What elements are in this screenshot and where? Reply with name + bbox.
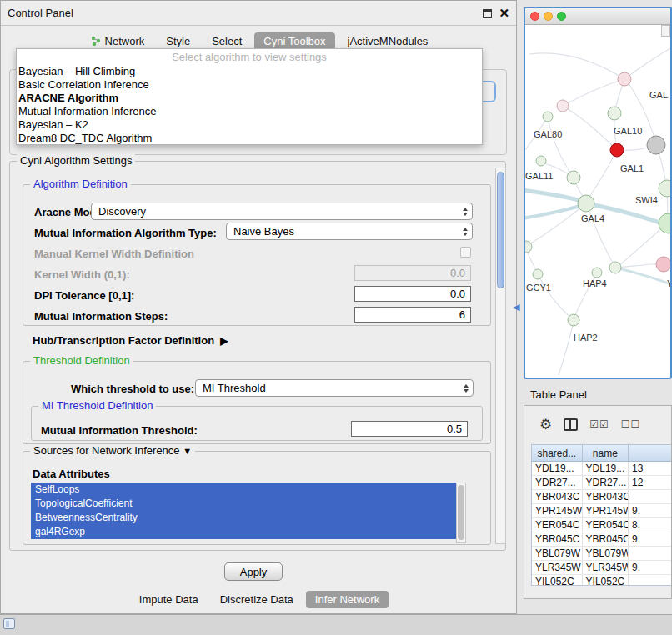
which-threshold-select[interactable]: MI Threshold — [195, 379, 474, 397]
network-node[interactable] — [610, 143, 624, 157]
table-row[interactable]: YBR043CYBR043C — [532, 490, 672, 504]
attribute-item-topologicalcoefficient[interactable]: TopologicalCoefficient — [31, 497, 456, 511]
tab-select[interactable]: Select — [203, 32, 251, 50]
sources-legend[interactable]: Sources for Network Inference ▼ — [30, 444, 195, 457]
tab-impute-data[interactable]: Impute Data — [130, 591, 208, 608]
table-row[interactable]: YDL19...YDL19...13 — [532, 462, 672, 476]
column-header-name[interactable]: name — [583, 445, 629, 461]
panel-icon[interactable] — [3, 618, 15, 629]
algorithm-option-basic-correlation-inference[interactable]: Basic Correlation Inference — [17, 78, 482, 92]
network-node[interactable] — [659, 180, 670, 197]
dropdown-placeholder: Select algorithm to view settings — [17, 50, 482, 65]
tab-jactivemnodules[interactable]: jActiveMNodules — [339, 32, 438, 50]
gear-icon[interactable]: ⚙ — [539, 418, 552, 432]
network-canvas[interactable]: GAL80GAL10GAL11GAL1SWI4GAL4GCY1HAP4HAP2G… — [525, 25, 670, 378]
algorithm-option-mutual-information-inference[interactable]: Mutual Information Inference — [17, 105, 482, 118]
attribute-item-gal4rgexp[interactable]: gal4RGexp — [31, 525, 456, 539]
column-header-shared[interactable]: shared... — [532, 445, 583, 461]
tab-style[interactable]: Style — [157, 32, 199, 50]
deselect-all-columns-icon[interactable]: ☐☐ — [621, 418, 641, 430]
network-node[interactable] — [656, 257, 670, 272]
network-node[interactable] — [557, 100, 569, 112]
network-node[interactable] — [567, 171, 580, 184]
table-row[interactable]: YDR27...YDR27...12 — [532, 476, 672, 490]
tab-network[interactable]: Network — [82, 32, 154, 50]
close-traffic-light-icon[interactable] — [530, 12, 539, 21]
algorithm-option-bayesian-hill-climbing[interactable]: Bayesian – Hill Climbing — [17, 65, 482, 78]
apply-button[interactable]: Apply — [224, 562, 283, 581]
tab-discretize-data[interactable]: Discretize Data — [211, 591, 303, 608]
algorithm-option-bayesian-k2[interactable]: Bayesian – K2 — [17, 118, 482, 132]
minimize-traffic-light-icon[interactable] — [544, 12, 553, 21]
network-edge — [586, 150, 617, 202]
mi-steps-field[interactable]: 6 — [354, 307, 471, 322]
network-node[interactable] — [659, 213, 670, 233]
table-cell: YPR145W — [532, 504, 583, 518]
attribute-item-selfloops[interactable]: SelfLoops — [31, 482, 456, 497]
split-pane-collapse-icon[interactable]: ◀ — [513, 302, 519, 312]
algorithm-option-dream8-dc-tdc-algorithm[interactable]: Dream8 DC_TDC Algorithm — [17, 132, 482, 145]
table-cell: YIL052C — [532, 575, 583, 586]
node-label-gal10: GAL10 — [614, 126, 642, 136]
status-strip — [0, 614, 672, 635]
close-icon[interactable]: ✕ — [499, 7, 509, 19]
network-node[interactable] — [592, 268, 602, 278]
mi-threshold-field[interactable]: 0.5 — [351, 421, 468, 437]
network-edge — [525, 205, 584, 218]
node-label-gal4: GAL4 — [581, 213, 604, 223]
network-scrollbar[interactable] — [661, 25, 670, 37]
table-row[interactable]: YPR145WYPR145W9. — [532, 504, 672, 518]
dpi-tolerance-field[interactable]: 0.0 — [354, 286, 471, 302]
table-cell: YLR345W — [583, 561, 629, 574]
table-row[interactable]: YBL079WYBL079W — [532, 547, 672, 561]
network-node[interactable] — [533, 269, 543, 279]
table-cell: YDL19... — [583, 462, 629, 475]
table-cell: YDR27... — [532, 476, 583, 489]
table-cell: YBL079W — [532, 547, 583, 560]
network-edge — [529, 53, 624, 79]
network-node[interactable] — [578, 195, 594, 212]
table-row[interactable]: YER054CYER054C8. — [532, 518, 672, 532]
chevron-down-icon: ▼ — [183, 446, 192, 456]
network-node[interactable] — [618, 72, 631, 86]
table-row[interactable]: YIL052CYIL052C — [532, 575, 672, 586]
table-cell: YBR045C — [583, 532, 629, 546]
attribute-item-betweennesscentrality[interactable]: BetweennessCentrality — [31, 511, 456, 525]
table-cell: 9. — [629, 561, 672, 574]
control-panel-titlebar: Control Panel ✕ — [1, 1, 516, 26]
settings-scrollbar[interactable] — [495, 168, 506, 544]
combo-arrows-icon — [459, 384, 473, 392]
network-node[interactable] — [608, 107, 621, 120]
network-node[interactable] — [536, 156, 546, 166]
mi-algorithm-type-select[interactable]: Naive Bayes — [226, 222, 473, 240]
tab-infer-network[interactable]: Infer Network — [306, 591, 389, 608]
node-label-gal11: GAL11 — [525, 171, 553, 181]
attributes-list-scrollbar[interactable] — [456, 482, 466, 543]
columns-icon[interactable] — [564, 418, 578, 431]
table-cell: YBL079W — [583, 547, 629, 560]
network-node[interactable] — [568, 314, 579, 326]
table-cell: YBR043C — [532, 490, 583, 503]
combo-arrows-icon — [459, 208, 472, 216]
aracne-mode-select[interactable]: Discovery — [91, 202, 473, 220]
network-node[interactable] — [647, 136, 665, 154]
manual-kernel-label: Manual Kernel Width Definition — [34, 248, 194, 260]
network-edge — [538, 274, 572, 318]
table-cell: YBR043C — [583, 490, 629, 503]
hub-definition-toggle[interactable]: Hub/Transcription Factor Definition ▶ — [33, 334, 228, 347]
column-header-2[interactable] — [629, 445, 672, 461]
table-row[interactable]: YLR345WYLR345W9. — [532, 561, 672, 575]
network-node[interactable] — [609, 262, 621, 273]
algorithm-option-aracne-algorithm[interactable]: ARACNE Algorithm — [17, 92, 482, 105]
table-cell: YER054C — [532, 518, 583, 532]
float-window-icon[interactable] — [483, 9, 492, 18]
table-cell — [629, 575, 672, 586]
zoom-traffic-light-icon[interactable] — [557, 12, 566, 21]
table-row[interactable]: YBR045CYBR045C9. — [532, 532, 672, 547]
tab-cyni-toolbox[interactable]: Cyni Toolbox — [254, 32, 334, 50]
network-tab-icon — [91, 36, 101, 46]
network-node[interactable] — [543, 112, 553, 122]
network-node[interactable] — [525, 241, 532, 252]
select-all-columns-icon[interactable]: ☑☑ — [589, 418, 609, 430]
table-cell: YER054C — [583, 518, 629, 532]
